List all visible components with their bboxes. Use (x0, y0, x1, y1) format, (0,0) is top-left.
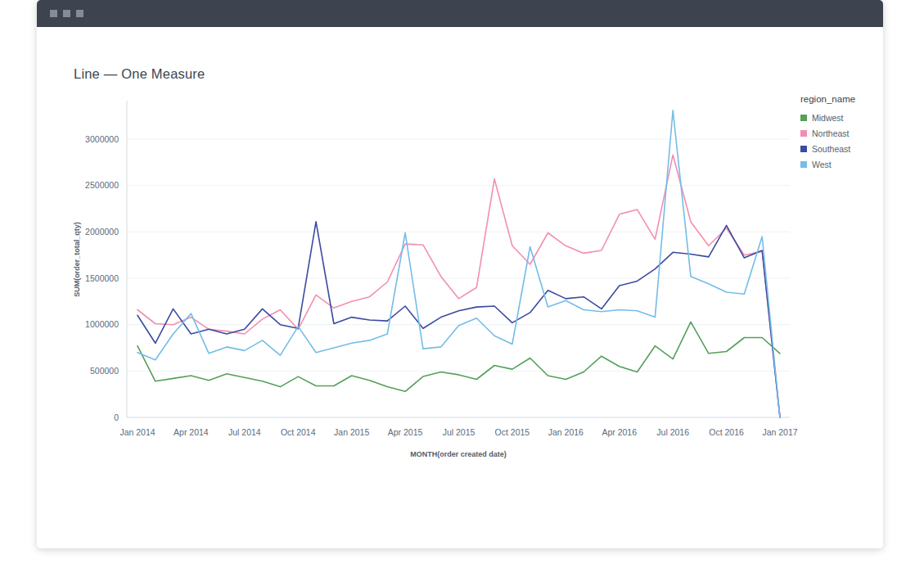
y-tick-label: 0 (114, 412, 119, 422)
y-axis-label: SUM(order_total_qty) (73, 222, 81, 297)
x-tick-label: Jan 2016 (548, 427, 584, 437)
legend-item-northeast[interactable]: Northeast (800, 128, 882, 138)
window-control-icon[interactable] (50, 10, 57, 17)
y-tick-label: 1000000 (85, 319, 119, 329)
legend: region_name MidwestNortheastSoutheastWes… (800, 94, 882, 175)
x-tick-label: Apr 2016 (602, 427, 637, 437)
legend-item-midwest[interactable]: Midwest (800, 113, 882, 123)
y-tick-label: 3000000 (85, 134, 119, 144)
x-tick-label: Jul 2014 (228, 427, 261, 437)
legend-swatch-icon (800, 130, 807, 137)
x-tick-label: Oct 2016 (709, 427, 744, 437)
y-tick-label: 1500000 (85, 273, 119, 283)
legend-item-southeast[interactable]: Southeast (800, 144, 882, 154)
legend-swatch-icon (800, 115, 807, 121)
x-tick-label: Jul 2015 (443, 427, 476, 437)
x-tick-label: Jan 2015 (334, 427, 369, 437)
x-tick-label: Oct 2014 (281, 427, 316, 437)
x-tick-label: Oct 2015 (495, 427, 530, 437)
legend-items: MidwestNortheastSoutheastWest (800, 113, 882, 169)
y-tick-label: 2500000 (85, 180, 119, 190)
x-tick-label: Apr 2014 (174, 427, 209, 437)
window-control-icon[interactable] (76, 10, 83, 17)
legend-swatch-icon (800, 146, 807, 152)
series-line-northeast[interactable] (137, 155, 780, 417)
page-content: Line — One Measure 050000010000001500000… (37, 27, 883, 548)
y-tick-label: 500000 (90, 366, 119, 376)
y-tick-label: 2000000 (85, 227, 119, 237)
line-chart[interactable]: 0500000100000015000002000000250000030000… (70, 86, 810, 475)
legend-label: Northeast (812, 128, 850, 138)
browser-window: Line — One Measure 050000010000001500000… (37, 0, 883, 548)
legend-item-west[interactable]: West (800, 160, 882, 169)
chart-title: Line — One Measure (74, 66, 205, 82)
x-tick-label: Jan 2014 (119, 427, 155, 437)
window-control-icon[interactable] (63, 10, 70, 17)
legend-swatch-icon (800, 161, 807, 168)
x-tick-label: Jul 2016 (656, 427, 689, 437)
x-axis-label: MONTH(order created date) (410, 450, 507, 458)
legend-label: Southeast (812, 144, 850, 154)
legend-label: West (812, 160, 832, 169)
x-tick-label: Jan 2017 (762, 427, 797, 437)
legend-label: Midwest (812, 113, 844, 123)
x-tick-label: Apr 2015 (388, 427, 423, 437)
legend-title: region_name (800, 94, 882, 104)
window-titlebar (37, 0, 883, 27)
series-line-southeast[interactable] (137, 222, 780, 417)
